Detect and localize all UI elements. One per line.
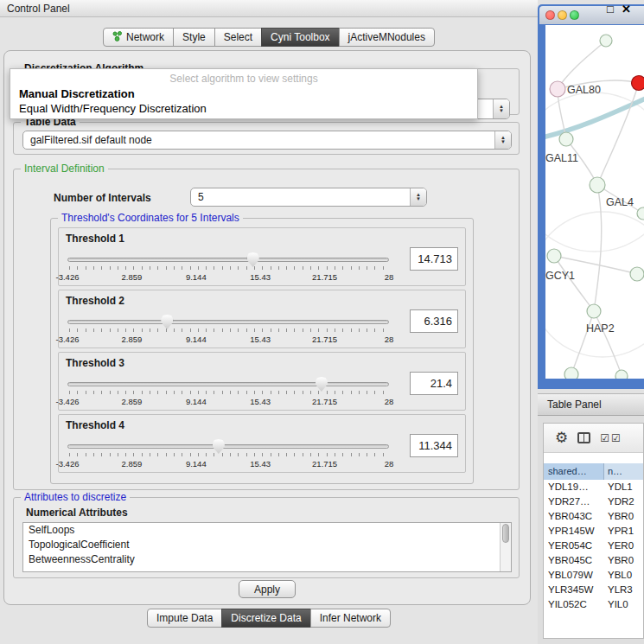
slider-track[interactable] bbox=[67, 320, 389, 324]
network-view-window[interactable]: GAL80 GAL11 GAL4 GCY1 HAP2 bbox=[538, 4, 644, 389]
threshold-4-slider[interactable] bbox=[67, 438, 389, 459]
cell-shared-name[interactable]: YBR045C bbox=[544, 553, 604, 568]
tab-network[interactable]: Network bbox=[103, 28, 174, 47]
node[interactable] bbox=[615, 370, 628, 379]
node-hap2[interactable] bbox=[587, 304, 601, 318]
zoom-window-icon[interactable] bbox=[570, 10, 579, 20]
slider-thumb[interactable] bbox=[213, 439, 225, 454]
edge-thick[interactable] bbox=[545, 98, 644, 137]
tab-infer-network[interactable]: Infer Network bbox=[310, 609, 391, 628]
table-row[interactable]: YER054CYER0 bbox=[544, 539, 643, 553]
gear-icon[interactable]: ⚙ bbox=[555, 430, 568, 445]
threshold-4-value-input[interactable]: 11.344 bbox=[410, 434, 458, 457]
column-header-name[interactable]: n… bbox=[604, 463, 643, 480]
float-panel-button[interactable]: □ bbox=[607, 3, 614, 16]
show-columns-icons[interactable]: ☑ ☑ bbox=[600, 432, 621, 444]
table-row[interactable]: YBR043CYBR0 bbox=[544, 509, 643, 524]
threshold-2-slider[interactable] bbox=[67, 314, 389, 335]
cell-name[interactable]: YDL1 bbox=[604, 480, 643, 494]
cell-name[interactable]: YBR0 bbox=[604, 553, 643, 568]
slider-track[interactable] bbox=[67, 444, 389, 449]
tab-impute-data[interactable]: Impute Data bbox=[147, 609, 222, 628]
combobox-stepper-icon[interactable]: ▲ ▼ bbox=[410, 188, 426, 206]
checkbox-icon[interactable]: ☑ bbox=[600, 432, 609, 444]
close-window-icon[interactable] bbox=[545, 10, 555, 20]
tick-label: -3.426 bbox=[56, 272, 80, 282]
slider-track[interactable] bbox=[67, 382, 389, 386]
node[interactable] bbox=[600, 35, 612, 47]
cell-shared-name[interactable]: YDL19… bbox=[544, 480, 604, 494]
slider-ticks bbox=[69, 328, 389, 332]
cell-shared-name[interactable]: YBL079W bbox=[544, 568, 604, 583]
table-row[interactable]: YIL052CYIL0 bbox=[544, 597, 643, 612]
cell-shared-name[interactable]: YLR345W bbox=[544, 583, 604, 597]
table-data-combobox[interactable]: galFiltered.sif default node ▲ ▼ bbox=[22, 131, 512, 150]
list-item-topologicalcoefficient[interactable]: TopologicalCoefficient bbox=[23, 538, 511, 552]
node-gal80[interactable] bbox=[550, 81, 565, 97]
tick-label: 21.715 bbox=[312, 272, 337, 282]
table-body: YDL19…YDL1 YDR27…YDR2 YBR043CYBR0 YPR145… bbox=[544, 480, 643, 638]
node[interactable] bbox=[630, 267, 644, 281]
control-panel-title: Control Panel bbox=[7, 3, 70, 15]
node-gal4[interactable] bbox=[590, 177, 605, 193]
network-canvas[interactable]: GAL80 GAL11 GAL4 GCY1 HAP2 bbox=[545, 25, 644, 379]
cell-name[interactable]: YBL0 bbox=[604, 568, 643, 583]
node-gal11[interactable] bbox=[559, 132, 573, 146]
cell-shared-name[interactable]: YDR27… bbox=[544, 494, 604, 509]
combobox-stepper-icon[interactable]: ▲ ▼ bbox=[493, 99, 509, 118]
list-item-selfloops[interactable]: SelfLoops bbox=[23, 523, 511, 538]
threshold-3-value-input[interactable]: 21.4 bbox=[410, 372, 458, 395]
checkbox-icon[interactable]: ☑ bbox=[611, 432, 621, 444]
scrollbar-thumb[interactable] bbox=[502, 524, 509, 543]
slider-thumb[interactable] bbox=[247, 252, 259, 267]
slider-thumb[interactable] bbox=[316, 377, 328, 392]
tab-select[interactable]: Select bbox=[214, 28, 262, 47]
cell-name[interactable]: YDR2 bbox=[604, 494, 643, 509]
threshold-1-slider[interactable] bbox=[67, 252, 389, 272]
minimize-window-icon[interactable] bbox=[558, 10, 567, 20]
table-row[interactable]: YPR145WYPR1 bbox=[544, 524, 643, 539]
threshold-2-value-input[interactable]: 6.316 bbox=[410, 309, 458, 333]
table-row[interactable]: YBL079WYBL0 bbox=[544, 568, 643, 583]
tab-style[interactable]: Style bbox=[173, 28, 215, 47]
threshold-3-slider[interactable] bbox=[67, 376, 389, 397]
cell-name[interactable]: YPR1 bbox=[604, 524, 643, 539]
node-red[interactable] bbox=[632, 76, 644, 91]
number-of-intervals-combobox[interactable]: 5 ▲ ▼ bbox=[190, 188, 427, 207]
column-header-shared-name[interactable]: shared… bbox=[544, 463, 604, 480]
attributes-scrollbar[interactable] bbox=[500, 523, 511, 571]
cell-shared-name[interactable]: YPR145W bbox=[544, 524, 604, 539]
dropdown-option-manual-discretization[interactable]: Manual Discretization bbox=[10, 86, 477, 101]
attributes-list[interactable]: SelfLoops TopologicalCoefficient Between… bbox=[22, 522, 512, 572]
cell-name[interactable]: YBR0 bbox=[604, 509, 643, 524]
cell-name[interactable]: YER0 bbox=[604, 539, 643, 553]
table-row[interactable]: YBR045CYBR0 bbox=[544, 553, 643, 568]
threshold-1-value-input[interactable]: 14.713 bbox=[410, 247, 458, 271]
table-row[interactable]: YDR27…YDR2 bbox=[544, 494, 643, 509]
cell-shared-name[interactable]: YBR043C bbox=[544, 509, 604, 524]
tab-discretize-data[interactable]: Discretize Data bbox=[221, 609, 310, 628]
node-gcy1[interactable] bbox=[547, 249, 561, 263]
node-label-hap2: HAP2 bbox=[586, 322, 615, 335]
columns-icon[interactable] bbox=[577, 432, 590, 443]
close-panel-button[interactable]: ✕ bbox=[622, 3, 631, 16]
table-row[interactable]: YLR345WYLR3 bbox=[544, 583, 643, 597]
cell-shared-name[interactable]: YIL052C bbox=[544, 597, 604, 612]
table-header-row: shared… n… bbox=[544, 463, 643, 480]
tick-labels: -3.426 2.859 9.144 15.43 21.715 28 bbox=[67, 335, 389, 345]
list-item-betweennesscentrality[interactable]: BetweennessCentrality bbox=[23, 552, 511, 567]
cell-name[interactable]: YLR3 bbox=[604, 583, 643, 597]
dropdown-option-equal-width[interactable]: Equal Width/Frequency Discretization bbox=[10, 101, 477, 116]
tick-label: 2.859 bbox=[122, 397, 143, 406]
node[interactable] bbox=[564, 367, 578, 379]
node[interactable] bbox=[637, 207, 644, 220]
table-row[interactable]: YDL19…YDL1 bbox=[544, 480, 643, 494]
apply-button[interactable]: Apply bbox=[239, 580, 296, 598]
slider-track[interactable] bbox=[67, 258, 389, 262]
slider-thumb[interactable] bbox=[161, 315, 173, 329]
tab-jactivemnodules[interactable]: jActiveMNodules bbox=[339, 28, 435, 47]
tab-cyni-toolbox[interactable]: Cyni Toolbox bbox=[261, 28, 339, 47]
cell-name[interactable]: YIL0 bbox=[604, 597, 643, 612]
cell-shared-name[interactable]: YER054C bbox=[544, 539, 604, 553]
combobox-stepper-icon[interactable]: ▲ ▼ bbox=[494, 131, 511, 149]
